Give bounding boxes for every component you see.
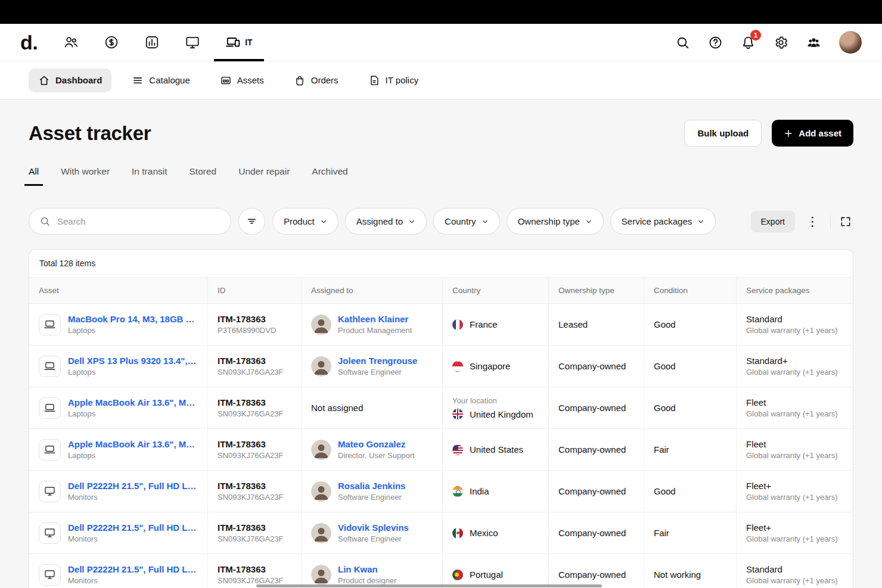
service-warranty: Global warranty (+1 years) <box>746 493 838 502</box>
deel-logo[interactable]: d. <box>20 31 38 54</box>
subnav-orders-label: Orders <box>311 75 338 85</box>
service-warranty: Global warranty (+1 years) <box>746 368 838 377</box>
filter-dropdown[interactable]: Country <box>433 208 500 235</box>
tab[interactable]: Archived <box>312 166 347 186</box>
assigned-cell: Joleen Trengrouse Software Engineer <box>302 346 443 387</box>
filter-dropdown-label: Ownership type <box>518 216 580 226</box>
table-row[interactable]: Dell P2222H 21.5", Full HD LE... Monitor… <box>29 471 853 512</box>
subnav-assets[interactable]: Assets <box>210 69 274 92</box>
ownership-cell: Company-owned <box>549 387 644 428</box>
asset-name-link[interactable]: Dell P2222H 21.5", Full HD LE... <box>68 564 198 574</box>
asset-name-link[interactable]: Apple MacBook Air 13.6", M2... <box>68 397 198 407</box>
subnav-orders[interactable]: Orders <box>284 69 348 92</box>
tab[interactable]: In transit <box>132 166 167 186</box>
condition-cell: Fair <box>644 429 737 470</box>
settings-button[interactable] <box>774 35 788 50</box>
nav-it-label: IT <box>245 38 252 47</box>
assignee-role: Software Engineer <box>338 368 417 377</box>
fullscreen-button[interactable] <box>838 216 853 228</box>
filter-dropdown[interactable]: Service packages <box>610 208 716 235</box>
column-header: Service packages <box>737 278 853 303</box>
help-button[interactable] <box>708 35 723 50</box>
condition-cell: Good <box>644 387 737 428</box>
subnav-dashboard[interactable]: Dashboard <box>29 69 111 92</box>
team-switcher-button[interactable] <box>806 35 821 50</box>
search-button[interactable] <box>675 35 690 50</box>
table-row[interactable]: MacBook Pro 14, M3, 18GB R... Laptops IT… <box>29 304 853 346</box>
people-icon <box>63 35 79 50</box>
laptop-icon <box>44 443 56 456</box>
assignee-name-link[interactable]: Kathleen Klainer <box>338 314 412 324</box>
subnav-it-policy[interactable]: IT policy <box>359 69 428 92</box>
search-input[interactable] <box>57 216 220 226</box>
filter-button[interactable] <box>238 208 265 235</box>
service-cell: Standard Global warranty (+1 years) <box>737 554 853 588</box>
filter-dropdown-label: Assigned to <box>356 216 403 226</box>
document-icon <box>368 74 380 86</box>
country-flag-icon <box>452 409 463 419</box>
assignee-name-link[interactable]: Lin Kwan <box>338 564 396 574</box>
table-row[interactable]: Apple MacBook Air 13.6", M2... Laptops I… <box>29 429 853 471</box>
nav-devices[interactable] <box>172 24 213 61</box>
laptop-icon <box>44 360 56 372</box>
service-package: Fleet+ <box>746 481 838 491</box>
horizontal-scrollbar-thumb[interactable] <box>256 584 602 587</box>
subnav-catalogue[interactable]: Catalogue <box>122 69 199 92</box>
assignee-name-link[interactable]: Vidovik Splevins <box>338 522 409 533</box>
plus-icon <box>784 129 793 138</box>
service-cell: Fleet Global warranty (+1 years) <box>737 429 853 470</box>
assignee-name-link[interactable]: Rosalia Jenkins <box>338 481 405 491</box>
filter-dropdown[interactable]: Assigned to <box>345 208 427 235</box>
table-row[interactable]: Dell P2222H 21.5", Full HD LE... Monitor… <box>29 512 853 554</box>
device-icon <box>39 481 61 502</box>
asset-id: ITM-178363 <box>218 397 284 407</box>
list-icon <box>132 74 144 86</box>
assignee-name-link[interactable]: Mateo Gonzalez <box>338 439 415 449</box>
asset-name-link[interactable]: Dell XPS 13 Plus 9320 13.4", i... <box>68 356 198 366</box>
table-row[interactable]: Apple MacBook Air 13.6", M2... Laptops I… <box>29 387 853 429</box>
assignee-avatar <box>311 481 331 502</box>
user-avatar[interactable] <box>839 31 862 54</box>
subnav-dashboard-label: Dashboard <box>55 75 102 85</box>
not-assigned-label: Not assigned <box>311 403 364 413</box>
tab[interactable]: Stored <box>190 166 217 186</box>
asset-name-link[interactable]: Dell P2222H 21.5", Full HD LE... <box>68 522 198 533</box>
filter-dropdown[interactable]: Ownership type <box>507 208 604 235</box>
asset-name-link[interactable]: MacBook Pro 14, M3, 18GB R... <box>68 314 198 324</box>
tab[interactable]: With worker <box>61 166 110 186</box>
nav-people[interactable] <box>51 24 91 61</box>
monitor-icon <box>44 485 56 497</box>
asset-name-link[interactable]: Apple MacBook Air 13.6", M2... <box>68 439 198 449</box>
id-cell: ITM-178363 P3T6M8990DVD <box>208 304 302 345</box>
table-row[interactable]: Dell P2222H 21.5", Full HD LE... Monitor… <box>29 554 853 588</box>
nav-reports[interactable] <box>132 24 172 61</box>
service-package: Standard <box>746 564 838 574</box>
search-box[interactable] <box>29 208 231 235</box>
notifications-button[interactable]: 1 <box>741 35 756 50</box>
filter-dropdown[interactable]: Product <box>272 208 338 235</box>
condition-value: Good <box>654 361 676 371</box>
nav-it[interactable]: IT <box>213 24 265 61</box>
table-body: MacBook Pro 14, M3, 18GB R... Laptops IT… <box>29 304 853 588</box>
asset-id: ITM-178363 <box>218 356 284 366</box>
nav-finance[interactable] <box>91 24 132 61</box>
export-button[interactable]: Export <box>751 211 795 232</box>
table-row[interactable]: Dell XPS 13 Plus 9320 13.4", i... Laptop… <box>29 346 853 387</box>
chevron-down-icon <box>482 218 489 225</box>
table-header: AssetIDAssigned toCountryOwnership typeC… <box>29 278 853 304</box>
bulk-upload-button[interactable]: Bulk upload <box>684 120 762 147</box>
ownership-cell: Company-owned <box>549 512 644 553</box>
device-icon <box>39 397 61 419</box>
country-cell: Portugal <box>443 554 549 588</box>
asset-cell: Dell P2222H 21.5", Full HD LE... Monitor… <box>29 512 208 553</box>
tab[interactable]: Under repair <box>238 166 290 186</box>
more-options-button[interactable]: ⋮ <box>802 215 823 228</box>
tab[interactable]: All <box>29 166 39 186</box>
asset-name-link[interactable]: Dell P2222H 21.5", Full HD LE... <box>68 481 198 491</box>
tabs: AllWith workerIn transitStoredUnder repa… <box>29 166 853 186</box>
your-location-label: Your location <box>452 396 497 405</box>
ownership-value: Company-owned <box>558 361 626 371</box>
assignee-name-link[interactable]: Joleen Trengrouse <box>338 356 417 366</box>
add-asset-button[interactable]: Add asset <box>772 120 853 147</box>
device-icon <box>39 564 61 586</box>
